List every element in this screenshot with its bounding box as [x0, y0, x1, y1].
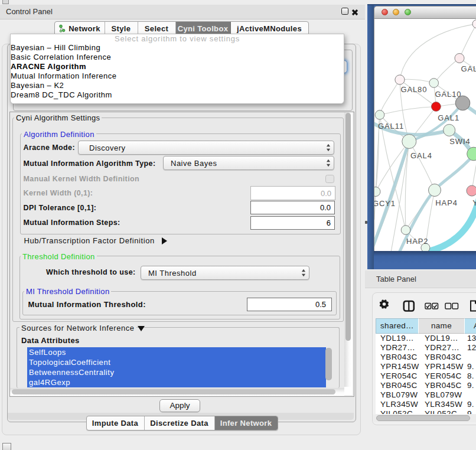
svg-text:GAL11: GAL11: [378, 121, 404, 130]
svg-text:HAP4: HAP4: [435, 198, 458, 207]
svg-text:GAL4: GAL4: [410, 151, 432, 159]
svg-text:HAP2: HAP2: [406, 237, 429, 246]
svg-text:SWI4: SWI4: [449, 136, 470, 145]
svg-text:GAL80: GAL80: [400, 85, 427, 94]
svg-text:GAL1: GAL1: [438, 113, 459, 122]
svg-text:GAL8: GAL8: [461, 64, 476, 73]
svg-text:Y: Y: [472, 198, 476, 207]
svg-text:GCY1: GCY1: [374, 199, 396, 208]
svg-text:GAL10: GAL10: [435, 89, 462, 98]
